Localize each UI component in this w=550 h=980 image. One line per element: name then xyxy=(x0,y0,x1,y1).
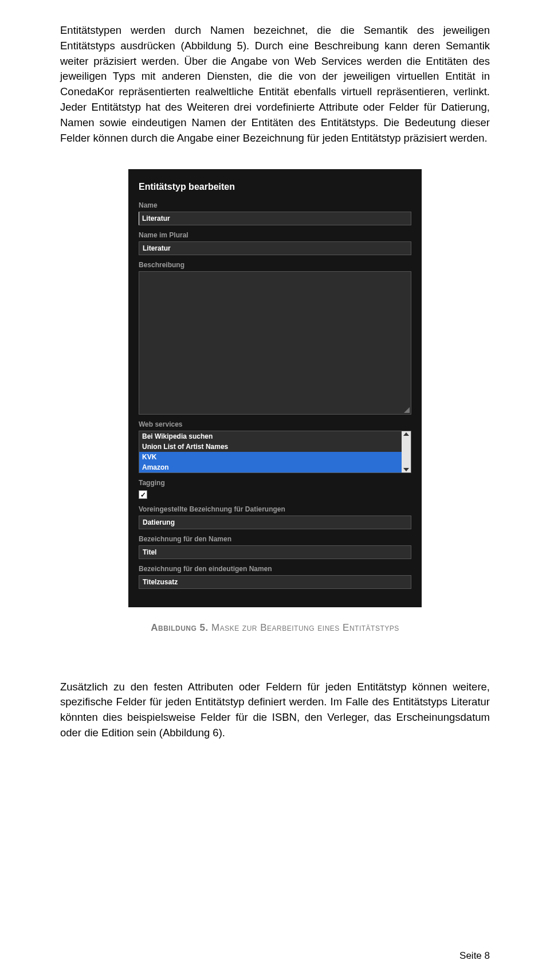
paragraph-2b: könnten dies beispielsweise Felder für d… xyxy=(60,711,490,739)
listbox-web-services[interactable]: Bei Wikipedia suchen Union List of Artis… xyxy=(139,431,411,473)
label-beschreibung: Beschreibung xyxy=(139,261,411,269)
label-name: Name xyxy=(139,201,411,209)
input-eindeutig[interactable]: Titelzusatz xyxy=(139,575,411,589)
figure-5-wrap: Entitätstyp bearbeiten Name Literatur Na… xyxy=(60,169,490,634)
list-item[interactable]: Union List of Artist Names xyxy=(139,442,402,452)
label-namen: Bezeichnung für den Namen xyxy=(139,535,411,543)
figure-5-caption: Abbildung 5. Maske zur Bearbeitung eines… xyxy=(60,622,490,634)
list-item[interactable]: KVK xyxy=(139,452,402,462)
label-tagging: Tagging xyxy=(139,479,411,487)
textarea-beschreibung[interactable] xyxy=(139,271,411,415)
input-name[interactable]: Literatur xyxy=(139,212,411,225)
paragraph-2a: Zusätzlich zu den festen Attributen oder… xyxy=(60,681,490,708)
caption-label: Abbildung 5. xyxy=(151,622,209,633)
scroll-down-icon[interactable] xyxy=(403,468,409,471)
label-datierung: Voreingestellte Bezeichnung für Datierun… xyxy=(139,505,411,513)
input-datierung[interactable]: Datierung xyxy=(139,516,411,529)
list-item[interactable]: Amazon xyxy=(139,462,402,473)
entity-type-form: Entitätstyp bearbeiten Name Literatur Na… xyxy=(128,169,422,607)
label-eindeutig: Bezeichnung für den eindeutigen Namen xyxy=(139,565,411,573)
label-name-plural: Name im Plural xyxy=(139,231,411,239)
input-namen[interactable]: Titel xyxy=(139,545,411,559)
paragraph-2: Zusätzlich zu den festen Attributen oder… xyxy=(60,680,490,741)
page-number: Seite 8 xyxy=(459,950,490,962)
paragraph-1: Entitätstypen werden durch Namen bezeich… xyxy=(60,23,490,146)
scroll-up-icon[interactable] xyxy=(403,432,409,436)
list-item[interactable]: Bei Wikipedia suchen xyxy=(139,431,402,442)
form-title: Entitätstyp bearbeiten xyxy=(139,182,411,192)
input-name-plural[interactable]: Literatur xyxy=(139,241,411,255)
label-web-services: Web services xyxy=(139,420,411,428)
checkbox-tagging[interactable]: ✓ xyxy=(139,490,147,499)
paragraph-2-italic: Literatur xyxy=(451,696,490,708)
scrollbar[interactable] xyxy=(402,431,411,473)
caption-text: Maske zur Bearbeitung eines Entitätstyps xyxy=(209,622,399,633)
resize-grip-icon[interactable] xyxy=(404,407,410,413)
